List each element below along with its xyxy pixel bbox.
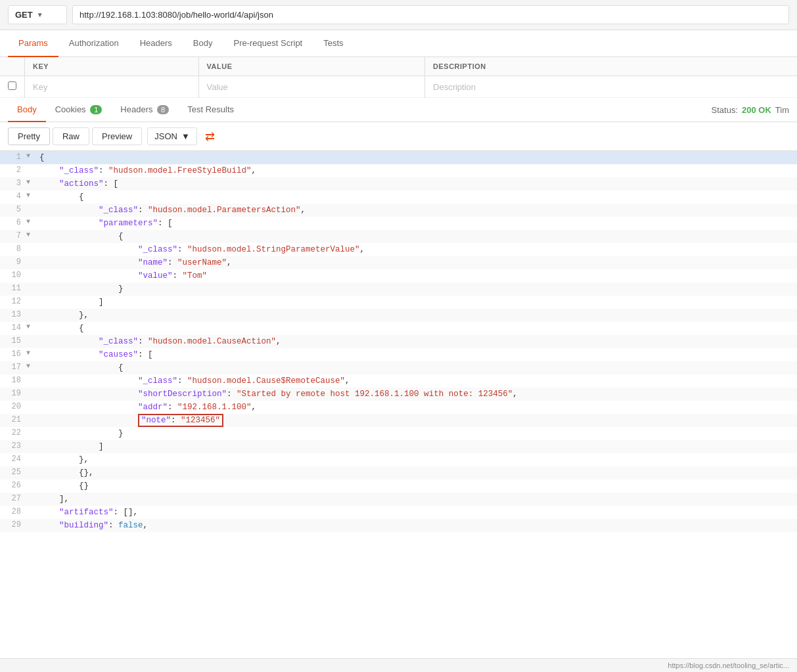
code-line-2: 2 "_class": "hudson.model.FreeStyleBuild… xyxy=(0,164,797,177)
line-num-14: 14 xyxy=(0,322,26,334)
line-num-24: 24 xyxy=(0,453,26,466)
row-checkbox-input[interactable] xyxy=(8,81,16,90)
line-content-21: "note": "123456" xyxy=(37,414,226,427)
btn-raw[interactable]: Raw xyxy=(53,127,89,145)
line-content-22: } xyxy=(37,427,126,440)
code-line-16: 16 ▼ "causes": [ xyxy=(0,348,797,361)
line-content-27: ], xyxy=(37,493,72,506)
line-num-2: 2 xyxy=(0,164,26,177)
response-tab-test-results[interactable]: Test Results xyxy=(178,98,243,122)
status-label: Status: xyxy=(712,105,738,115)
line-num-29: 29 xyxy=(0,519,26,531)
format-dropdown[interactable]: JSON ▼ xyxy=(147,127,197,145)
row-value[interactable]: Value xyxy=(198,76,424,98)
line-content-25: {}, xyxy=(37,466,97,480)
line-content-4: { xyxy=(37,190,87,204)
line-num-10: 10 xyxy=(0,269,26,282)
wrap-icon[interactable]: ⇄ xyxy=(205,129,215,144)
time-label: Tim xyxy=(775,105,789,115)
line-toggle-14[interactable]: ▼ xyxy=(26,322,37,332)
tab-pre-request-script[interactable]: Pre-request Script xyxy=(223,30,313,57)
line-num-18: 18 xyxy=(0,374,26,387)
code-line-20: 20 "addr": "192.168.1.100", xyxy=(0,401,797,414)
code-line-28: 28 "artifacts": [], xyxy=(0,506,797,519)
code-line-24: 24 }, xyxy=(0,453,797,466)
format-label: JSON xyxy=(154,131,177,141)
response-tabs: Body Cookies 1 Headers 8 Test Results xyxy=(8,98,243,122)
line-content-5: "_class": "hudson.model.ParametersAction… xyxy=(37,204,308,217)
response-tab-headers[interactable]: Headers 8 xyxy=(111,98,178,122)
code-line-17: 17 ▼ { xyxy=(0,361,797,374)
request-tabs-container: Params Authorization Headers Body Pre-re… xyxy=(0,30,797,57)
url-bar: GET ▼ xyxy=(0,0,797,30)
status-value: 200 OK xyxy=(742,105,771,115)
line-num-4: 4 xyxy=(0,190,26,203)
code-line-10: 10 "value": "Tom" xyxy=(0,269,797,282)
line-num-19: 19 xyxy=(0,388,26,400)
line-num-17: 17 xyxy=(0,361,26,374)
method-select[interactable]: GET ▼ xyxy=(8,5,67,24)
line-num-25: 25 xyxy=(0,466,26,479)
line-content-2: "_class": "hudson.model.FreeStyleBuild", xyxy=(37,164,259,177)
col-description: DESCRIPTION xyxy=(425,57,797,76)
code-line-15: 15 "_class": "hudson.model.CauseAction", xyxy=(0,335,797,348)
code-line-12: 12 ] xyxy=(0,296,797,309)
line-num-6: 6 xyxy=(0,217,26,229)
tab-headers[interactable]: Headers xyxy=(129,30,183,57)
line-num-20: 20 xyxy=(0,401,26,413)
tab-tests[interactable]: Tests xyxy=(313,30,353,57)
tab-body[interactable]: Body xyxy=(183,30,223,57)
line-toggle-1[interactable]: ▼ xyxy=(26,151,37,162)
line-num-23: 23 xyxy=(0,440,26,453)
line-content-7: { xyxy=(37,230,126,243)
cookies-badge: 1 xyxy=(90,105,102,114)
line-content-15: "_class": "hudson.model.CauseAction", xyxy=(37,335,284,348)
line-content-23: ] xyxy=(37,440,106,453)
line-toggle-3[interactable]: ▼ xyxy=(26,177,37,188)
code-line-29: 29 "building": false, xyxy=(0,519,797,532)
line-content-16: "causes": [ xyxy=(37,348,156,361)
code-area: 1 ▼ { 2 "_class": "hudson.model.FreeStyl… xyxy=(0,151,797,532)
response-tab-cookies[interactable]: Cookies 1 xyxy=(46,98,112,122)
line-content-17: { xyxy=(37,361,126,374)
tab-authorization[interactable]: Authorization xyxy=(58,30,129,57)
line-num-15: 15 xyxy=(0,335,26,347)
line-content-14: { xyxy=(37,322,87,335)
code-line-26: 26 {} xyxy=(0,480,797,493)
code-line-4: 4 ▼ { xyxy=(0,190,797,204)
line-num-28: 28 xyxy=(0,506,26,518)
row-checkbox[interactable] xyxy=(0,76,25,98)
code-line-27: 27 ], xyxy=(0,493,797,506)
response-tab-body[interactable]: Body xyxy=(8,98,46,122)
line-num-8: 8 xyxy=(0,243,26,256)
method-label: GET xyxy=(15,10,33,20)
params-table: KEY VALUE DESCRIPTION Key Value Descript… xyxy=(0,57,797,98)
line-content-13: }, xyxy=(37,309,91,322)
code-line-13: 13 }, xyxy=(0,309,797,322)
url-input[interactable] xyxy=(72,5,789,24)
row-description[interactable]: Description xyxy=(425,76,797,98)
code-line-21: 21 "note": "123456" xyxy=(0,414,797,427)
line-content-12: ] xyxy=(37,296,106,309)
code-line-18: 18 "_class": "hudson.model.Cause$RemoteC… xyxy=(0,374,797,388)
tab-params[interactable]: Params xyxy=(8,30,58,57)
format-toolbar: Pretty Raw Preview JSON ▼ ⇄ xyxy=(0,122,797,151)
line-content-1: { xyxy=(37,151,47,164)
line-toggle-17[interactable]: ▼ xyxy=(26,361,37,372)
line-num-21: 21 xyxy=(0,414,26,426)
method-chevron: ▼ xyxy=(37,11,43,18)
line-num-13: 13 xyxy=(0,309,26,321)
line-toggle-6[interactable]: ▼ xyxy=(26,217,37,227)
code-line-14: 14 ▼ { xyxy=(0,322,797,335)
line-content-24: }, xyxy=(37,453,91,466)
line-toggle-7[interactable]: ▼ xyxy=(26,230,37,240)
btn-preview[interactable]: Preview xyxy=(92,127,142,145)
line-content-9: "name": "userName", xyxy=(37,256,235,269)
code-line-19: 19 "shortDescription": "Started by remot… xyxy=(0,388,797,401)
line-toggle-16[interactable]: ▼ xyxy=(26,348,37,359)
row-key[interactable]: Key xyxy=(25,76,199,98)
line-content-11: } xyxy=(37,282,126,296)
line-num-22: 22 xyxy=(0,427,26,439)
line-toggle-4[interactable]: ▼ xyxy=(26,190,37,201)
btn-pretty[interactable]: Pretty xyxy=(8,127,50,145)
